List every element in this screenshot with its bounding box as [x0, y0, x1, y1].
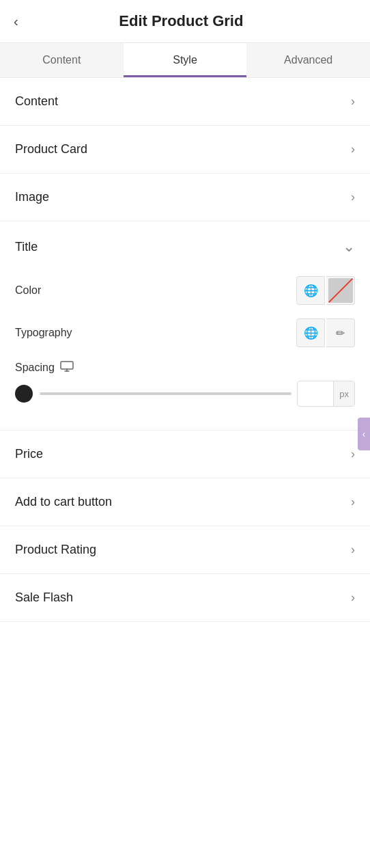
spacing-label-row: Spacing — [15, 354, 355, 377]
slider-container — [15, 385, 291, 403]
header: ‹ Edit Product Grid — [0, 0, 370, 43]
typography-label: Typography — [15, 327, 72, 339]
slider-thumb[interactable] — [15, 385, 33, 403]
section-product-rating[interactable]: Product Rating › — [0, 526, 370, 574]
section-product-card[interactable]: Product Card › — [0, 126, 370, 174]
back-button[interactable]: ‹ — [14, 14, 18, 28]
section-title-header[interactable]: Title ⌄ — [0, 221, 370, 269]
chevron-right-icon: › — [351, 591, 355, 605]
chevron-right-icon: › — [351, 190, 355, 204]
section-list: Content › Product Card › Image › Title ⌄… — [0, 78, 370, 622]
section-sale-flash[interactable]: Sale Flash › — [0, 574, 370, 622]
section-add-to-cart[interactable]: Add to cart button › — [0, 478, 370, 526]
section-content-label: Content — [15, 94, 58, 109]
chevron-down-icon: ⌄ — [343, 238, 355, 256]
monitor-icon — [60, 361, 74, 374]
color-swatch — [328, 278, 353, 303]
edit-icon: ✏ — [336, 327, 345, 340]
right-handle[interactable]: ‹ — [358, 418, 370, 450]
tab-style[interactable]: Style — [124, 43, 247, 77]
section-title-label: Title — [15, 240, 38, 254]
section-product-card-label: Product Card — [15, 142, 87, 157]
section-title: Title ⌄ Color 🌐 Typography — [0, 221, 370, 431]
globe-icon: 🌐 — [304, 284, 318, 298]
section-price-label: Price — [15, 447, 43, 461]
section-price[interactable]: Price › — [0, 431, 370, 478]
color-globe-button[interactable]: 🌐 — [296, 276, 325, 305]
spacing-label: Spacing — [15, 362, 55, 374]
typography-edit-button[interactable]: ✏ — [326, 318, 355, 347]
section-image[interactable]: Image › — [0, 174, 370, 221]
color-field-row: Color 🌐 — [15, 269, 355, 312]
color-label: Color — [15, 284, 41, 297]
typography-field-row: Typography 🌐 ✏ — [15, 312, 355, 354]
section-image-label: Image — [15, 190, 49, 204]
spacing-slider-row: px — [15, 377, 355, 416]
px-unit-label: px — [333, 381, 354, 406]
section-content[interactable]: Content › — [0, 78, 370, 126]
svg-rect-0 — [61, 362, 73, 369]
color-swatch-button[interactable] — [326, 276, 355, 305]
chevron-right-icon: › — [351, 447, 355, 461]
handle-arrow-icon: ‹ — [362, 429, 366, 439]
spacing-input[interactable] — [298, 381, 333, 406]
tab-advanced[interactable]: Advanced — [246, 43, 370, 77]
section-add-to-cart-label: Add to cart button — [15, 495, 112, 509]
title-expanded-content: Color 🌐 Typography 🌐 — [0, 269, 370, 430]
slider-track[interactable] — [40, 392, 291, 395]
chevron-right-icon: › — [351, 142, 355, 157]
globe-icon: 🌐 — [304, 326, 318, 340]
typography-globe-button[interactable]: 🌐 — [296, 318, 325, 347]
chevron-right-icon: › — [351, 543, 355, 557]
chevron-right-icon: › — [351, 94, 355, 109]
chevron-right-icon: › — [351, 495, 355, 509]
section-sale-flash-label: Sale Flash — [15, 591, 73, 605]
color-controls: 🌐 — [296, 276, 355, 305]
typography-controls: 🌐 ✏ — [296, 318, 355, 347]
section-product-rating-label: Product Rating — [15, 543, 96, 557]
page-title: Edit Product Grid — [27, 12, 336, 30]
tab-content[interactable]: Content — [0, 43, 124, 77]
tabs-bar: Content Style Advanced — [0, 43, 370, 78]
px-input-container: px — [297, 381, 355, 407]
